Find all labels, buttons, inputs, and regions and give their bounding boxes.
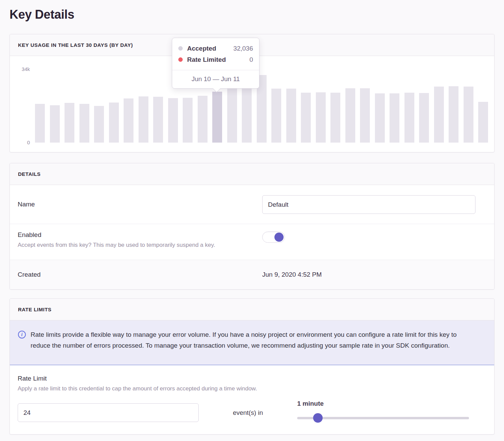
y-axis-min-label: 0: [10, 140, 30, 145]
chart-bar[interactable]: [360, 88, 370, 143]
chart-bar[interactable]: [434, 87, 444, 143]
chart-bar[interactable]: [390, 93, 399, 143]
rate-limit-window-group: 1 minute: [297, 400, 469, 422]
rate-window-slider-track[interactable]: [297, 417, 469, 419]
rate-limit-separator-text: event(s) in: [199, 409, 297, 422]
chart-bar[interactable]: [271, 89, 281, 143]
tooltip-accepted-value: 32,036: [233, 45, 253, 52]
chart-bar[interactable]: [79, 104, 89, 143]
enabled-label: Enabled: [18, 231, 262, 239]
chart-bar[interactable]: [316, 92, 326, 143]
chart-bar[interactable]: [183, 98, 193, 143]
rate-limit-controls: event(s) in 1 minute: [18, 400, 486, 422]
page-title: Key Details: [10, 7, 494, 22]
chart-bar[interactable]: [124, 98, 133, 143]
y-axis-max-label: 34k: [10, 66, 30, 72]
info-icon: i: [18, 331, 26, 338]
rate-limit-window-label: 1 minute: [297, 400, 469, 408]
name-label: Name: [18, 201, 262, 208]
accepted-series-dot-icon: [178, 46, 183, 51]
chart-bar[interactable]: [109, 103, 119, 143]
created-label: Created: [18, 271, 262, 278]
chart-bar[interactable]: [419, 93, 429, 143]
chart-bar[interactable]: [286, 89, 296, 143]
tooltip-row-accepted: Accepted 32,036: [178, 43, 253, 54]
chart-bar[interactable]: [345, 88, 355, 143]
tooltip-rate-limited-value: 0: [249, 56, 253, 63]
rate-limits-info-text: Rate limits provide a flexible way to ma…: [31, 329, 470, 356]
tooltip-rows: Accepted 32,036 Rate Limited 0: [172, 38, 259, 70]
chart-bar[interactable]: [464, 87, 473, 143]
rate-limit-count-input[interactable]: [18, 403, 199, 422]
chart-bar[interactable]: [94, 106, 104, 143]
rate-limits-info-alert: i Rate limits provide a flexible way to …: [10, 320, 494, 365]
chart-bar[interactable]: [212, 92, 222, 143]
key-usage-panel: Key usage in the last 30 days (by day) 3…: [10, 34, 494, 152]
name-field-row: Name: [10, 185, 494, 224]
created-field-row: Created Jun 9, 2020 4:52 PM: [10, 260, 494, 289]
chart-bar[interactable]: [168, 98, 178, 143]
tooltip-rate-limited-label: Rate Limited: [187, 56, 226, 63]
rate-limit-field-row: Rate Limit Apply a rate limit to this cr…: [10, 365, 494, 434]
rate-limited-series-dot-icon: [178, 57, 183, 62]
chart-bar[interactable]: [198, 96, 208, 143]
chart-bar[interactable]: [35, 104, 45, 143]
rate-limit-help-text: Apply a rate limit to this credential to…: [18, 385, 486, 392]
chart-bar[interactable]: [65, 103, 74, 143]
chart-bar[interactable]: [449, 86, 458, 143]
name-input[interactable]: [262, 195, 475, 214]
chart-bar[interactable]: [478, 102, 488, 143]
chart-bar[interactable]: [404, 93, 414, 143]
chart-bar[interactable]: [242, 88, 252, 143]
chart-bar[interactable]: [139, 96, 148, 143]
enabled-toggle-knob-icon: [274, 233, 284, 242]
rate-limit-label: Rate Limit: [18, 375, 486, 382]
key-details-page: Key Details Key usage in the last 30 day…: [0, 7, 504, 435]
created-value: Jun 9, 2020 4:52 PM: [262, 260, 494, 289]
chart-bar[interactable]: [301, 93, 311, 143]
chart-bar[interactable]: [375, 93, 385, 143]
tooltip-accepted-label: Accepted: [187, 45, 216, 52]
tooltip-row-rate-limited: Rate Limited 0: [178, 54, 253, 65]
details-panel-header: Details: [10, 163, 494, 185]
rate-limits-panel: Rate Limits i Rate limits provide a flex…: [10, 298, 494, 435]
enabled-help-text: Accept events from this key? This may be…: [18, 242, 262, 249]
rate-window-slider-knob[interactable]: [313, 413, 323, 423]
details-panel: Details Name Enabled Accept events from …: [10, 163, 494, 290]
rate-limits-panel-header: Rate Limits: [10, 299, 494, 320]
chart-bar[interactable]: [330, 93, 340, 143]
chart-tooltip: Accepted 32,036 Rate Limited 0 Jun 10 — …: [172, 38, 259, 89]
chart-bar[interactable]: [227, 88, 237, 143]
chart-bar[interactable]: [50, 105, 60, 143]
chart-bars: [35, 69, 488, 143]
enabled-toggle[interactable]: [262, 232, 285, 243]
chart-bar[interactable]: [153, 97, 163, 143]
enabled-field-row: Enabled Accept events from this key? Thi…: [10, 224, 494, 260]
